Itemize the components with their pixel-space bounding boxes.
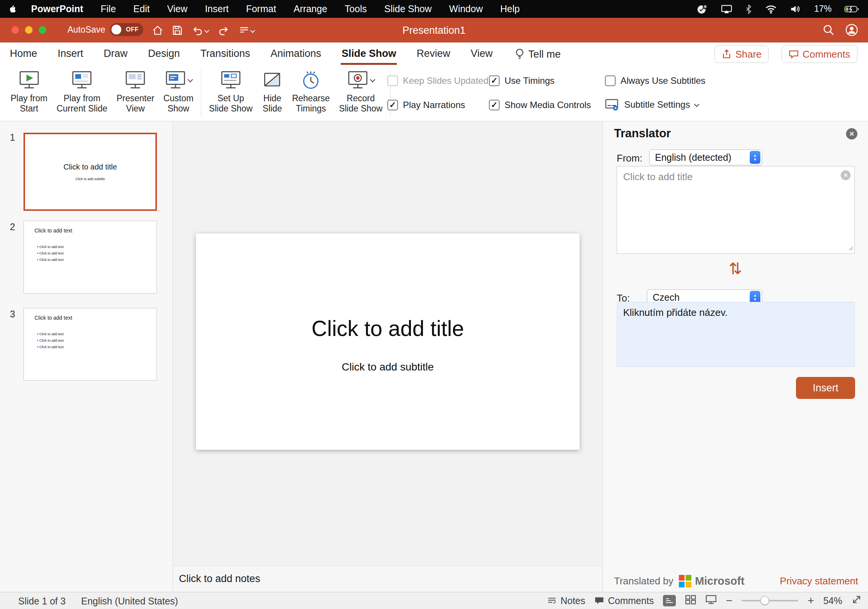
share-button[interactable]: Share: [714, 46, 769, 63]
chevron-down-icon: [694, 102, 699, 107]
bluetooth-icon[interactable]: [745, 4, 752, 14]
tell-me-button[interactable]: Tell me: [515, 48, 561, 65]
comments-toggle-button[interactable]: Comments: [594, 595, 654, 606]
play-from-current-slide-button[interactable]: Play fromCurrent Slide: [52, 68, 112, 115]
pane-title: Translator: [614, 127, 671, 140]
tab-design[interactable]: Design: [147, 48, 181, 65]
zoom-level[interactable]: 54%: [823, 595, 842, 606]
stepper-icon: ▲▼: [750, 151, 760, 164]
close-pane-button[interactable]: ✕: [846, 128, 857, 140]
menu-item-slide-show[interactable]: Slide Show: [384, 3, 432, 14]
menu-item-file[interactable]: File: [101, 3, 116, 14]
tab-home[interactable]: Home: [9, 48, 38, 65]
slide-thumbnail-2[interactable]: Click to add text • Click to add text • …: [24, 221, 157, 294]
menu-item-format[interactable]: Format: [246, 3, 276, 14]
zoom-slider-thumb[interactable]: [760, 596, 769, 605]
button-label: Rehearse: [292, 93, 330, 103]
status-bar: Slide 1 of 3 English (United States) Not…: [0, 592, 868, 609]
fit-to-window-icon: [851, 594, 862, 605]
comments-label: Comments: [802, 49, 850, 60]
slide-title-placeholder[interactable]: Click to add title: [196, 316, 580, 341]
menu-item-help[interactable]: Help: [500, 3, 520, 14]
tab-transitions[interactable]: Transitions: [200, 48, 251, 65]
use-timings-checkbox[interactable]: ✓ Use Timings: [489, 75, 555, 86]
screen-mirroring-icon[interactable]: [721, 4, 732, 14]
translator-footer: Translated by Microsoft Privacy statemen…: [614, 575, 858, 587]
tab-insert[interactable]: Insert: [57, 48, 84, 65]
zoom-out-button[interactable]: −: [726, 594, 733, 607]
presenter-view-icon: [125, 69, 146, 92]
presenter-view-button[interactable]: PresenterView: [112, 68, 159, 115]
slideshow-view-icon: [705, 594, 717, 605]
button-label: Start: [20, 104, 38, 113]
translated-by-label: Translated by: [614, 575, 674, 587]
language-indicator[interactable]: English (United States): [81, 596, 178, 607]
tab-view[interactable]: View: [470, 48, 494, 65]
slide-sorter-view-button[interactable]: [685, 594, 696, 607]
clear-source-button[interactable]: ✕: [841, 170, 851, 180]
slide-thumbnail-1[interactable]: Click to add title Click to add subtitle: [24, 133, 157, 211]
comments-button[interactable]: Comments: [782, 46, 857, 63]
search-button[interactable]: [823, 24, 835, 38]
slide-subtitle-placeholder[interactable]: Click to add subtitle: [196, 361, 580, 373]
slide-counter: Slide 1 of 3: [18, 596, 66, 607]
rehearse-timings-button[interactable]: RehearseTimings: [287, 68, 334, 115]
sync-status-icon[interactable]: [697, 4, 708, 14]
slide-show-view-button[interactable]: [705, 594, 717, 607]
menu-item-powerpoint[interactable]: PowerPoint: [31, 3, 83, 14]
hide-slide-button[interactable]: HideSlide: [257, 68, 287, 115]
zoom-slider[interactable]: [741, 600, 798, 601]
ribbon-tab-bar: Home Insert Draw Design Transitions Anim…: [0, 42, 868, 65]
show-media-controls-checkbox[interactable]: ✓ Show Media Controls: [489, 100, 591, 110]
tab-slide-show[interactable]: Slide Show: [341, 48, 397, 65]
custom-show-button[interactable]: CustomShow: [159, 68, 198, 115]
menu-item-tools[interactable]: Tools: [345, 3, 367, 14]
insert-translation-button[interactable]: Insert: [796, 377, 855, 399]
translator-pane: Translator ✕ From: English (detected) ▲▼…: [602, 121, 868, 592]
tab-review[interactable]: Review: [416, 48, 451, 65]
record-dropdown-icon[interactable]: [370, 77, 375, 82]
close-icon: ✕: [843, 172, 848, 178]
swap-languages-button[interactable]: ⇅: [603, 261, 868, 277]
play-from-start-button[interactable]: Play fromStart: [6, 68, 52, 115]
resize-handle[interactable]: [847, 244, 854, 253]
battery-charging-icon[interactable]: [844, 5, 860, 14]
apple-menu[interactable]: [8, 4, 17, 14]
fit-slide-button[interactable]: [851, 594, 862, 607]
always-use-subtitles-checkbox[interactable]: Always Use Subtitles: [605, 75, 705, 86]
wifi-icon[interactable]: [765, 4, 777, 14]
menu-item-insert[interactable]: Insert: [205, 3, 229, 14]
translation-result-box[interactable]: Kliknutím přidáte název.: [617, 302, 855, 367]
slide-canvas[interactable]: Click to add title Click to add subtitle: [196, 234, 580, 450]
play-narrations-checkbox[interactable]: ✓ Play Narrations: [387, 100, 465, 110]
menu-item-edit[interactable]: Edit: [133, 3, 150, 14]
button-label: Play from: [64, 93, 100, 103]
subtitle-settings-button[interactable]: Subtitle Settings: [605, 98, 699, 111]
menu-item-window[interactable]: Window: [449, 3, 483, 14]
from-label: From:: [617, 152, 642, 164]
menu-item-view[interactable]: View: [167, 3, 188, 14]
record-slide-show-button[interactable]: RecordSlide Show: [334, 68, 387, 115]
menu-item-arrange[interactable]: Arrange: [293, 3, 327, 14]
custom-show-dropdown-icon[interactable]: [188, 77, 193, 82]
from-language-dropdown[interactable]: English (detected) ▲▼: [649, 149, 762, 165]
button-label: Record: [347, 93, 375, 103]
slide-number: 3: [10, 309, 15, 320]
button-label: Slide: [263, 104, 282, 113]
privacy-statement-link[interactable]: Privacy statement: [780, 575, 858, 587]
tab-draw[interactable]: Draw: [103, 48, 128, 65]
slide-thumbnail-3[interactable]: Click to add text • Click to add text • …: [24, 308, 157, 381]
zoom-in-button[interactable]: +: [807, 594, 814, 607]
notes-toggle-button[interactable]: Notes: [547, 595, 585, 606]
account-button[interactable]: [845, 24, 858, 38]
tab-animations[interactable]: Animations: [270, 48, 322, 65]
normal-view-button[interactable]: [663, 595, 676, 606]
button-label: Current Slide: [56, 104, 107, 113]
ribbon-slide-show: Play fromStart Play fromCurrent Slide: [0, 65, 868, 121]
volume-icon[interactable]: [790, 4, 801, 14]
notes-area[interactable]: Click to add notes: [173, 565, 602, 592]
translator-source-textarea[interactable]: Click to add title ✕: [617, 166, 855, 254]
keep-slides-updated-checkbox[interactable]: Keep Slides Updated: [387, 75, 489, 86]
slide-thumbnail-panel: 1 Click to add title Click to add subtit…: [0, 121, 173, 592]
set-up-slide-show-button[interactable]: Set UpSlide Show: [204, 68, 257, 115]
